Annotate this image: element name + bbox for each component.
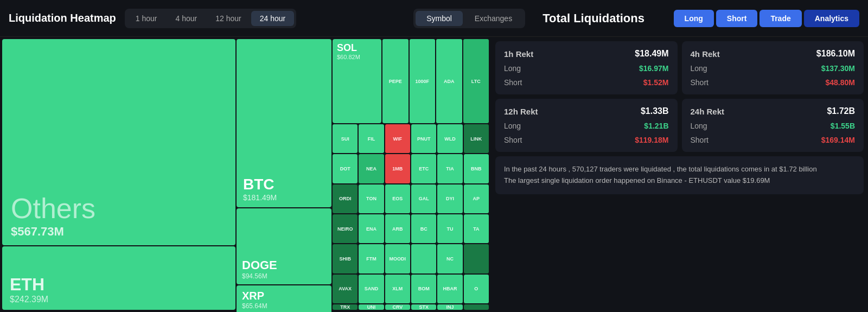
stat-4h-short-value: $48.80M [826, 78, 855, 87]
info-line2: The largest single liquidation order hap… [504, 175, 855, 187]
stat-24h-long-value: $1.55B [831, 122, 855, 130]
stat-card-1h: 1h Rekt $18.49M Long $16.97M Short $1.52… [495, 41, 678, 94]
info-line1: In the past 24 hours , 570,127 traders w… [504, 164, 855, 175]
cell-shib: SHIB [333, 244, 358, 273]
heatmap-col2: BTC $181.49M DOGE $94.56M XRP $65.64M [237, 39, 331, 310]
sol-value: $60.82M [337, 54, 377, 60]
cell-link: LINK [464, 124, 489, 153]
stats-row-1: 1h Rekt $18.49M Long $16.97M Short $1.52… [495, 41, 864, 94]
cell-ena: ENA [359, 214, 384, 243]
tab-24hour[interactable]: 24 hour [251, 11, 294, 26]
tab-12hour[interactable]: 12 hour [207, 11, 250, 26]
cell-eos: EOS [385, 184, 410, 213]
stat-12h-total: $1.33B [641, 106, 669, 116]
cell-neiro: NEIRO [333, 214, 358, 243]
small-cells-top: PEPE 1000F ADA LTC [382, 39, 489, 123]
stat-1h-long-value: $16.97M [639, 64, 668, 73]
main-content: Others $567.73M ETH $242.39M BTC $181.49… [0, 37, 868, 312]
cell-doge: DOGE $94.56M [237, 208, 331, 284]
header: Liquidation Heatmap 1 hour 4 hour 12 hou… [0, 0, 868, 37]
heatmap-col1: Others $567.73M ETH $242.39M [2, 39, 235, 310]
tab-trade[interactable]: Trade [760, 10, 801, 27]
others-value: $567.73M [11, 225, 227, 239]
eth-value: $242.39M [10, 295, 228, 304]
btc-value: $181.49M [243, 193, 325, 202]
stat-12h-short-value: $119.18M [635, 136, 668, 144]
stat-24h-short-value: $169.14M [821, 136, 855, 144]
cell-fil: FIL [359, 124, 384, 153]
cell-wld: WLD [437, 124, 462, 153]
stat-24h-short-label: Short [691, 136, 709, 144]
stat-card-4h: 4h Rekt $186.10M Long $137.30M Short $48… [682, 41, 864, 94]
stats-row-2: 12h Rekt $1.33B Long $1.21B Short $119.1… [495, 99, 864, 152]
total-liquidations-title: Total Liquidations [542, 11, 644, 26]
cell-tia: TIA [437, 154, 462, 183]
action-tabs: Long Short Trade Analytics [674, 10, 859, 27]
tab-symbol[interactable]: Symbol [416, 11, 463, 26]
app-title: Liquidation Heatmap [9, 12, 116, 24]
stat-1h-short-label: Short [504, 78, 522, 87]
heatmap-top-row: SOL $60.82M PEPE 1000F ADA LTC [333, 39, 489, 123]
cell-x2 [464, 304, 489, 310]
small-grid: SUI FIL WIF PNUT WLD LINK DOT NEA 1MB ET… [333, 124, 489, 310]
cell-ada: ADA [436, 39, 462, 123]
cell-dyi: DYI [437, 184, 462, 213]
cell-xlm: XLM [385, 275, 410, 303]
cell-o: O [464, 275, 489, 303]
stat-4h-long-value: $137.30M [821, 64, 855, 73]
cell-etc: ETC [411, 154, 436, 183]
stat-1h-total: $18.49M [635, 49, 668, 59]
sol-label: SOL [337, 42, 377, 54]
tab-1hour[interactable]: 1 hour [127, 11, 166, 26]
cell-eth: ETH $242.39M [2, 246, 235, 310]
tab-exchanges[interactable]: Exchanges [464, 11, 523, 26]
cell-pnut: PNUT [411, 124, 436, 153]
others-label: Others [11, 192, 227, 225]
stat-12h-long-label: Long [504, 122, 521, 130]
cell-stx: STX [411, 304, 436, 310]
stat-24h-total: $1.72B [827, 106, 855, 116]
stat-card-24h: 24h Rekt $1.72B Long $1.55B Short $169.1… [682, 99, 864, 152]
cell-1mb: 1MB [385, 154, 410, 183]
stat-card-12h: 12h Rekt $1.33B Long $1.21B Short $119.1… [495, 99, 678, 152]
cell-bom: BOM [411, 275, 436, 303]
heatmap: Others $567.73M ETH $242.39M BTC $181.49… [0, 37, 491, 312]
cell-ftm: FTM [359, 244, 384, 273]
cell-nea: NEA [359, 154, 384, 183]
xrp-value: $65.64M [242, 302, 326, 310]
cell-ta: TA [464, 214, 489, 243]
cell-x1 [464, 244, 489, 273]
tab-4hour[interactable]: 4 hour [167, 11, 206, 26]
stat-4h-total: $186.10M [816, 49, 855, 59]
stat-4h-title: 4h Rekt [691, 49, 720, 59]
cell-btc: BTC $181.49M [237, 39, 331, 207]
cell-1000f: 1000F [410, 39, 436, 123]
symbol-exchanges-tabs: Symbol Exchanges [413, 9, 525, 28]
cell-dot: DOT [333, 154, 358, 183]
xrp-label: XRP [242, 290, 326, 302]
stat-24h-title: 24h Rekt [691, 107, 725, 116]
cell-inj: INJ [437, 304, 462, 310]
tab-analytics[interactable]: Analytics [804, 10, 859, 27]
time-tabs: 1 hour 4 hour 12 hour 24 hour [125, 9, 296, 28]
cell-ton: TON [359, 184, 384, 213]
cell-crv: CRV [385, 304, 410, 310]
cell-avax: AVAX [333, 275, 358, 303]
stat-1h-short-value: $1.52M [643, 78, 669, 87]
cell-sui: SUI [333, 124, 358, 153]
stat-4h-short-label: Short [691, 78, 709, 87]
info-card: In the past 24 hours , 570,127 traders w… [495, 156, 864, 194]
cell-pepe: PEPE [382, 39, 409, 123]
cell-nc: NC [437, 244, 462, 273]
cell-hbar: HBAR [437, 275, 462, 303]
tab-long[interactable]: Long [674, 10, 714, 27]
stat-12h-long-value: $1.21B [644, 122, 668, 130]
tab-short[interactable]: Short [716, 10, 758, 27]
cell-gal: GAL [411, 184, 436, 213]
stat-4h-long-label: Long [691, 64, 707, 73]
cell-others: Others $567.73M [2, 39, 235, 245]
btc-label: BTC [243, 176, 325, 193]
cell-wif: WIF [385, 124, 410, 153]
cell-arb: ARB [385, 214, 410, 243]
cell-ltc: LTC [463, 39, 489, 123]
